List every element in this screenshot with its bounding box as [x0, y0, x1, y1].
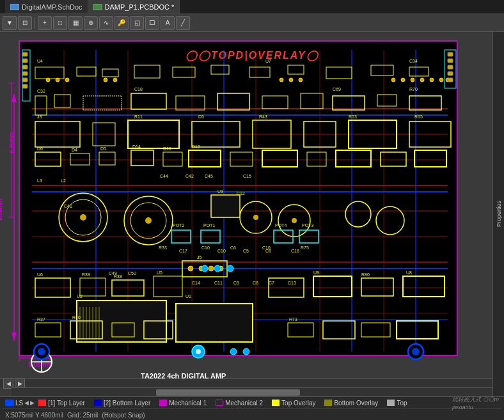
tab-pcbdoc[interactable]: DAMP_P1.PCBDOC *	[88, 0, 180, 13]
title-bar: DigitalAMP.SchDoc DAMP_P1.PCBDOC *	[0, 0, 504, 14]
top-overlay-color	[272, 400, 280, 406]
mech2-indicator[interactable]: Mechanical 2	[216, 400, 263, 407]
svg-text:U3: U3	[217, 189, 223, 194]
pcb-canvas: 5.08mm 8.89mm ◯◯TOPD|OVERLAY◯	[0, 32, 467, 382]
rect-tool[interactable]: □	[53, 16, 67, 30]
svg-point-182	[56, 78, 59, 82]
place-tool[interactable]: ⊕	[84, 16, 98, 30]
nav-next-btn[interactable]: ▶	[30, 400, 35, 406]
svg-text:C18: C18	[134, 87, 143, 91]
layer-scroll-area: ◀ ▶	[0, 378, 504, 387]
export-tool[interactable]: ⧠	[145, 16, 159, 30]
bottom-overlay-indicator[interactable]: Bottom Overlay	[324, 400, 378, 407]
svg-text:R39: R39	[82, 272, 90, 277]
mech2-label: Mechanical 2	[225, 400, 263, 407]
svg-text:U9: U9	[313, 270, 319, 275]
bottom-overlay-color	[324, 400, 332, 406]
svg-text:C5: C5	[243, 249, 249, 253]
svg-text:POT1: POT1	[203, 223, 215, 228]
properties-label: Properties	[496, 201, 502, 227]
svg-rect-201	[22, 84, 28, 88]
svg-text:POT3: POT3	[302, 223, 313, 228]
svg-text:U5: U5	[157, 270, 162, 275]
connect-tool[interactable]: ∿	[99, 16, 113, 30]
svg-point-194	[439, 78, 443, 82]
svg-text:D5: D5	[198, 114, 204, 119]
svg-rect-199	[22, 72, 28, 75]
svg-text:C9: C9	[233, 281, 239, 285]
horizontal-scrollbar[interactable]	[12, 387, 492, 396]
scroll-thumb[interactable]	[156, 389, 301, 396]
svg-point-181	[46, 78, 50, 82]
svg-text:R65: R65	[414, 114, 423, 119]
ls-nav: LS ◀ ▶	[5, 400, 35, 407]
chart-tool[interactable]: ▦	[68, 16, 83, 30]
tab-schdoc[interactable]: DigitalAMP.SchDoc	[5, 0, 88, 13]
nav-prev-btn[interactable]: ◀	[24, 400, 29, 406]
layer-tool[interactable]: ◱	[130, 16, 144, 30]
svg-text:R73: R73	[289, 317, 297, 322]
svg-point-128	[196, 349, 201, 354]
svg-text:D12: D12	[192, 144, 200, 149]
svg-text:◯◯TOPD|OVERLAY◯: ◯◯TOPD|OVERLAY◯	[185, 50, 319, 61]
mech1-indicator[interactable]: Mechanical 1	[159, 400, 207, 407]
svg-point-177	[209, 266, 214, 271]
svg-text:C12: C12	[237, 191, 245, 196]
svg-point-192	[420, 78, 424, 82]
toolbar: ▼ ⊡ + □ ▦ ⊕ ∿ 🔑 ◱ ⧠ A ╱	[0, 14, 504, 32]
svg-point-183	[65, 78, 69, 82]
svg-rect-206	[448, 78, 453, 82]
svg-text:R11: R11	[134, 114, 143, 119]
key-tool[interactable]: 🔑	[114, 16, 129, 30]
canvas-wrapper: 5.08mm 8.89mm ◯◯TOPD|OVERLAY◯	[0, 32, 504, 396]
route-tool[interactable]: ⊡	[18, 16, 32, 30]
svg-text:C69: C69	[333, 87, 341, 91]
svg-text:C49: C49	[109, 271, 117, 276]
svg-rect-82	[176, 304, 253, 342]
svg-text:C6: C6	[265, 249, 271, 253]
svg-text:C16: C16	[291, 249, 299, 253]
svg-text:R40: R40	[72, 315, 81, 320]
main-area: 8.89mm ▲ ▼ 5.08mm 8.89mm	[0, 32, 504, 396]
svg-point-175	[188, 266, 193, 271]
svg-point-191	[411, 78, 414, 82]
svg-text:D14: D14	[132, 144, 141, 149]
grid-display: Grid: 25mil	[67, 412, 98, 419]
svg-text:C6: C6	[230, 245, 236, 250]
add-tool[interactable]: +	[38, 16, 52, 30]
svg-text:R70: R70	[409, 87, 418, 91]
top-layer-color	[38, 400, 46, 406]
svg-point-78	[292, 218, 297, 223]
status-bar: LS ◀ ▶ [1] Top Layer [2] Bottom Layer Me…	[0, 396, 504, 420]
svg-point-188	[299, 78, 303, 82]
svg-rect-179	[211, 195, 240, 217]
toolbar-sep-1	[35, 17, 35, 29]
bottom-layer-indicator[interactable]: [2] Bottom Layer	[94, 400, 150, 407]
layer-row: LS ◀ ▶ [1] Top Layer [2] Bottom Layer Me…	[3, 397, 501, 409]
top-extra-indicator[interactable]: Top	[387, 400, 407, 407]
tab-pcbdoc-label: DAMP_P1.PCBDOC *	[105, 3, 175, 11]
svg-text:D5: D5	[100, 146, 106, 151]
top-layer-indicator[interactable]: [1] Top Layer	[38, 400, 85, 407]
svg-text:U7: U7	[265, 59, 271, 63]
svg-text:C44: C44	[160, 174, 168, 178]
svg-text:C50: C50	[128, 271, 136, 276]
svg-text:U1: U1	[185, 294, 191, 299]
svg-text:R53: R53	[349, 114, 357, 119]
filter-tool[interactable]: ▼	[3, 16, 17, 30]
top-layer-label: [1] Top Layer	[48, 400, 85, 407]
top-overlay-indicator[interactable]: Top Overlay	[272, 400, 315, 407]
svg-point-189	[391, 78, 395, 82]
svg-text:C7: C7	[269, 281, 274, 285]
mech1-color	[159, 400, 167, 406]
svg-point-184	[104, 78, 107, 82]
svg-rect-205	[448, 72, 453, 75]
svg-text:R43: R43	[259, 114, 267, 119]
top-extra-label: Top	[397, 400, 407, 407]
svg-point-208	[214, 265, 221, 272]
text-tool[interactable]: A	[161, 16, 175, 30]
ls-color-box	[5, 400, 14, 406]
svg-point-209	[227, 265, 233, 272]
line-tool[interactable]: ╱	[176, 16, 190, 30]
svg-text:D4: D4	[72, 148, 77, 152]
